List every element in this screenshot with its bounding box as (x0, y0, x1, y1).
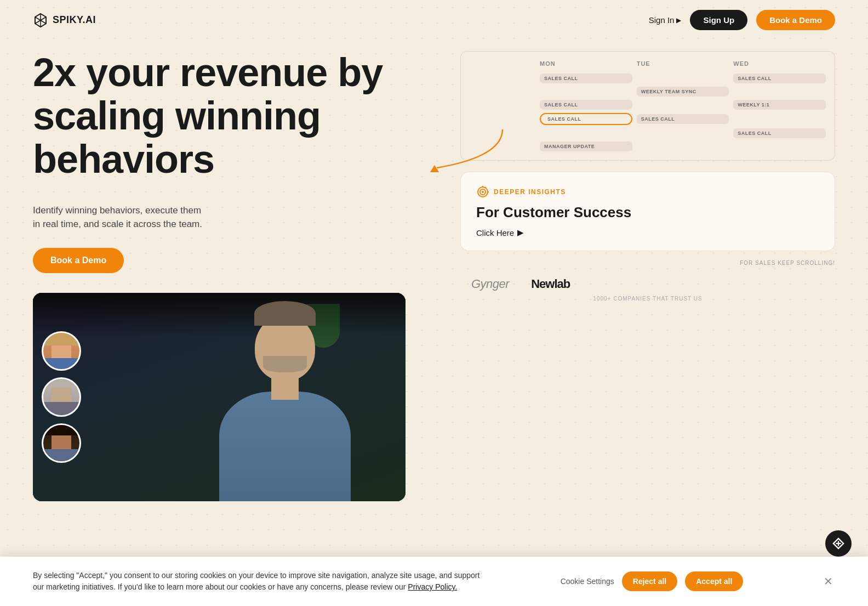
arrow-right-icon: ▶ (517, 228, 524, 237)
logo-gynger: Gynger (471, 277, 509, 291)
avatar-2 (42, 377, 81, 417)
cookie-text: By selecting "Accept," you consent to ou… (33, 570, 482, 593)
insights-header: DEEPER INSIGHTS (476, 185, 819, 199)
avatar-3 (42, 423, 81, 463)
logo-newlab: Newlab (531, 277, 570, 291)
cal-event: WEEKLY TEAM SYNC (637, 87, 729, 97)
cal-event: SALES CALL (637, 114, 729, 124)
table-row: SALES CALL SALES CALL (470, 73, 826, 83)
arrow-curve-icon (426, 118, 535, 184)
arrow-icon: ▶ (676, 16, 681, 24)
book-demo-nav-button[interactable]: Book a Demo (756, 10, 835, 30)
day-tue: TUE (637, 60, 729, 67)
signup-button[interactable]: Sign Up (690, 10, 747, 30)
target-icon (476, 185, 489, 199)
cookie-banner: By selecting "Accept," you consent to ou… (0, 557, 868, 606)
insights-title: For Customer Success (476, 204, 819, 221)
diamond-icon (832, 537, 844, 550)
table-row: WEEKLY TEAM SYNC (470, 87, 826, 97)
cal-event: SALES CALL (540, 100, 632, 110)
svg-marker-4 (430, 165, 439, 172)
main-content: 2x your revenue by scaling winning behav… (0, 40, 868, 501)
companies-caption: 1000+ COMPANIES THAT TRUST US (460, 296, 835, 302)
calendar-body: SALES CALL SALES CALL WEEKLY TEAM SYNC S… (470, 73, 826, 151)
cal-event-highlighted: SALES CALL (540, 113, 632, 125)
nav-actions: Sign In ▶ Sign Up Book a Demo (649, 10, 835, 30)
scroll-note: FOR SALES KEEP SCROLLING! (460, 260, 835, 266)
cookie-actions: Cookie Settings Reject all Accept all (561, 571, 744, 591)
logo[interactable]: SPIKY.AI (33, 13, 96, 28)
cal-event: WEEKLY 1:1 (733, 100, 826, 110)
avatar-stack (42, 331, 81, 463)
calendar-header: MON TUE WED (470, 60, 826, 67)
logo-icon (33, 13, 48, 28)
day-wed: WED (733, 60, 826, 67)
accept-all-button[interactable]: Accept all (685, 571, 743, 591)
sign-in-button[interactable]: Sign In ▶ (649, 15, 682, 25)
book-demo-hero-button[interactable]: Book a Demo (33, 248, 124, 273)
reject-all-button[interactable]: Reject all (622, 571, 677, 591)
avatar-1 (42, 331, 81, 371)
cal-event: SALES CALL (733, 128, 826, 138)
cal-event: MANAGER UPDATE (540, 141, 632, 151)
privacy-policy-link[interactable]: Privacy Policy. (408, 582, 457, 591)
day-mon: MON (540, 60, 632, 67)
right-column: MON TUE WED SALES CALL SALES CALL WEEKLY… (460, 51, 835, 501)
insights-badge: DEEPER INSIGHTS (494, 188, 566, 196)
logos-row: Gynger Newlab (460, 277, 835, 291)
scroll-fab-button[interactable] (825, 530, 852, 557)
calendar-card: MON TUE WED SALES CALL SALES CALL WEEKLY… (460, 51, 835, 161)
brand-name: SPIKY.AI (53, 14, 96, 26)
video-background (33, 293, 406, 501)
video-section (33, 293, 406, 501)
table-row: SALES CALL WEEKLY 1:1 (470, 100, 826, 110)
close-cookie-button[interactable]: ✕ (821, 573, 835, 590)
svg-point-7 (482, 191, 484, 193)
cookie-settings-button[interactable]: Cookie Settings (561, 577, 614, 586)
left-column: 2x your revenue by scaling winning behav… (33, 51, 438, 501)
hero-subtitle: Identify winning behaviors, execute them… (33, 203, 236, 231)
cal-event: SALES CALL (733, 73, 826, 83)
video-person-main (203, 315, 367, 501)
click-here-link[interactable]: Click Here ▶ (476, 228, 819, 237)
hero-title: 2x your revenue by scaling winning behav… (33, 51, 438, 182)
navigation: SPIKY.AI Sign In ▶ Sign Up Book a Demo (0, 0, 868, 40)
cal-event: SALES CALL (540, 73, 632, 83)
